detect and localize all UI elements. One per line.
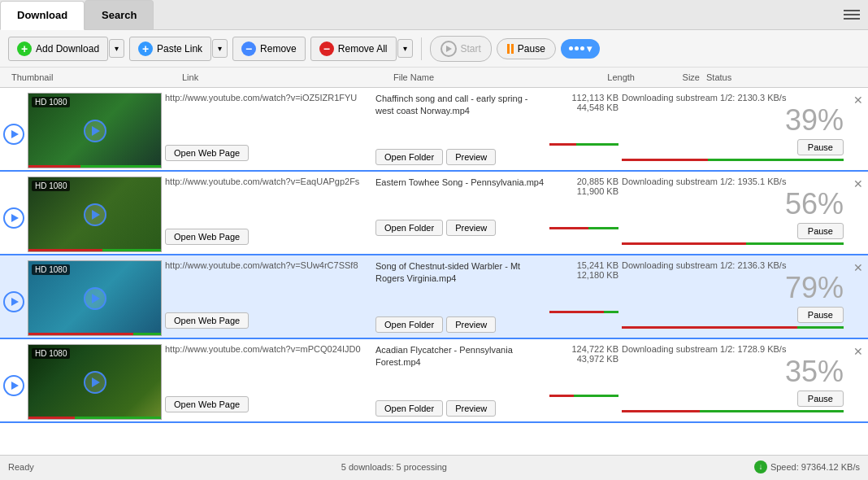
pause-icon: [507, 44, 514, 54]
speed-icon: [754, 460, 767, 473]
preview-3[interactable]: Preview: [446, 316, 496, 333]
item-size-total-1: 44,548 KB: [549, 103, 618, 112]
item-pause-4[interactable]: Pause: [797, 391, 844, 407]
thumbnail-4: HD 1080: [28, 344, 162, 420]
more-dots-icon: [569, 46, 584, 50]
play-item-2[interactable]: [3, 207, 24, 229]
open-web-page-1[interactable]: Open Web Page: [165, 145, 249, 161]
download-item: HD 1080 http://www.youtube.com/watch?v=i…: [0, 88, 868, 172]
status-ready: Ready: [8, 462, 34, 472]
download-list: HD 1080 http://www.youtube.com/watch?v=i…: [0, 88, 868, 455]
menu-icon[interactable]: [844, 10, 860, 20]
col-filename: File Name: [390, 71, 565, 84]
item-filename-4: Acadian Flycatcher - Pennsylvania Forest…: [375, 344, 546, 369]
play-item-1[interactable]: [3, 124, 24, 145]
open-folder-4[interactable]: Open Folder: [375, 400, 443, 417]
status-count: 5 downloads: 5 processing: [341, 462, 447, 472]
download-item: HD 1080 http://www.youtube.com/watch?v=m…: [0, 339, 868, 423]
play-item-3[interactable]: [3, 291, 24, 312]
remove-all-dropdown[interactable]: ▾: [397, 39, 413, 58]
item-filename-3: Song of Chestnut-sided Warbler - Mt Roge…: [375, 260, 546, 286]
item-size-dl-1: 112,113 KB: [549, 93, 618, 103]
col-status: Status: [703, 71, 844, 84]
download-item: HD 1080 http://www.youtube.com/watch?v=S…: [0, 255, 868, 339]
paste-link-button[interactable]: + Paste Link: [129, 37, 211, 61]
open-folder-2[interactable]: Open Folder: [375, 220, 443, 236]
item-size-dl-4: 124,722 KB: [549, 344, 618, 354]
add-download-dropdown[interactable]: ▾: [109, 39, 124, 58]
item-status-1: Downloading substream 1/2: 2130.3 KB/s: [622, 93, 844, 103]
minus-blue-icon: −: [241, 41, 256, 56]
paste-link-dropdown[interactable]: ▾: [212, 39, 228, 58]
col-size: Size: [638, 71, 703, 84]
plus-blue-icon: +: [138, 41, 153, 56]
item-pause-3[interactable]: Pause: [797, 307, 844, 323]
col-link: Link: [179, 71, 390, 84]
preview-4[interactable]: Preview: [446, 400, 496, 417]
close-item-3[interactable]: ✕: [853, 262, 863, 273]
download-item: HD 1080 http://www.youtube.com/watch?v=E…: [0, 172, 868, 255]
item-status-4: Downloading substream 1/2: 1728.9 KB/s: [622, 344, 844, 354]
item-filename-1: Chaffinch song and call - early spring -…: [375, 93, 546, 118]
item-size-total-4: 43,972 KB: [549, 354, 618, 364]
item-size-dl-2: 20,885 KB: [549, 177, 618, 186]
open-web-page-2[interactable]: Open Web Page: [165, 229, 249, 245]
close-item-1[interactable]: ✕: [853, 94, 863, 106]
close-item-2[interactable]: ✕: [853, 178, 863, 190]
close-item-4[interactable]: ✕: [853, 346, 863, 357]
add-download-button[interactable]: + Add Download: [8, 37, 108, 61]
remove-all-button[interactable]: − Remove All: [310, 37, 397, 61]
play-item-4[interactable]: [3, 375, 24, 396]
thumbnail-3: HD 1080: [28, 260, 162, 336]
open-web-page-3[interactable]: Open Web Page: [165, 312, 249, 329]
pause-button[interactable]: Pause: [497, 38, 556, 59]
item-size-total-3: 12,180 KB: [549, 270, 618, 280]
open-folder-1[interactable]: Open Folder: [375, 149, 443, 165]
preview-1[interactable]: Preview: [446, 149, 496, 165]
thumbnail-2: HD 1080: [28, 177, 162, 252]
col-length: Length: [565, 71, 638, 84]
item-size-dl-3: 15,241 KB: [549, 260, 618, 270]
item-status-2: Downloading substream 1/2: 1935.1 KB/s: [622, 177, 844, 186]
item-status-3: Downloading substream 1/2: 2136.3 KB/s: [622, 260, 844, 270]
remove-button[interactable]: − Remove: [232, 37, 306, 61]
item-size-total-2: 11,900 KB: [549, 186, 618, 196]
item-pause-1[interactable]: Pause: [797, 139, 844, 155]
item-pause-2[interactable]: Pause: [797, 223, 844, 239]
item-percent-3: 79%: [622, 270, 844, 305]
plus-green-icon: +: [17, 41, 32, 56]
tab-download[interactable]: Download: [0, 1, 85, 30]
start-button[interactable]: Start: [430, 36, 492, 62]
col-thumbnail: Thumbnail: [8, 71, 179, 84]
open-folder-3[interactable]: Open Folder: [375, 316, 443, 333]
preview-2[interactable]: Preview: [446, 220, 496, 236]
item-percent-1: 39%: [622, 103, 844, 137]
minus-red-icon: −: [319, 41, 334, 56]
more-button[interactable]: ▾: [561, 39, 600, 59]
start-icon: [441, 41, 457, 57]
item-filename-2: Eastern Towhee Song - Pennsylvania.mp4: [375, 177, 546, 189]
item-url-3: http://www.youtube.com/watch?v=SUw4rC7SS…: [165, 260, 367, 270]
item-url-2: http://www.youtube.com/watch?v=EaqUAPgp2…: [165, 177, 367, 186]
item-percent-2: 56%: [622, 186, 844, 221]
speed-text: Speed: 97364.12 KB/s: [770, 462, 860, 472]
tab-search[interactable]: Search: [85, 0, 154, 29]
thumbnail-1: HD 1080: [28, 93, 162, 168]
item-url-1: http://www.youtube.com/watch?v=iOZ5IZR1F…: [165, 93, 367, 103]
item-url-4: http://www.youtube.com/watch?v=mPCQ024IJ…: [165, 344, 367, 354]
open-web-page-4[interactable]: Open Web Page: [165, 396, 249, 412]
item-percent-4: 35%: [622, 354, 844, 389]
